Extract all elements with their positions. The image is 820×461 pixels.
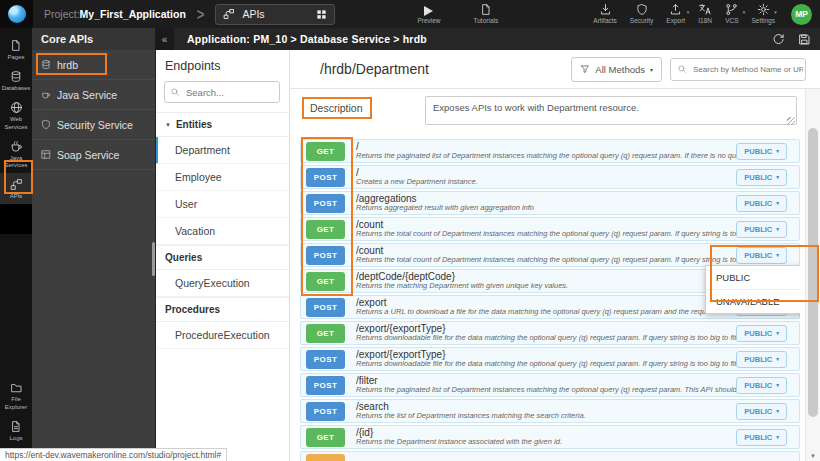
- core-panel-scrollbar[interactable]: [152, 242, 155, 276]
- description-textarea[interactable]: Exposes APIs to work with Department res…: [425, 96, 797, 125]
- access-option-unavailable[interactable]: UNAVAILABLE: [706, 289, 800, 313]
- sidebar-item-logs[interactable]: Logs: [0, 415, 32, 446]
- endpoint-item-procedureexecution[interactable]: ProcedureExecution: [155, 322, 289, 349]
- endpoint-description: Returns the total count of Department in…: [356, 256, 736, 265]
- access-dropdown[interactable]: PUBLIC ▾: [736, 247, 787, 264]
- access-dropdown[interactable]: PUBLIC ▾: [736, 143, 787, 160]
- avatar[interactable]: MP: [791, 4, 812, 25]
- core-api-item-soap-service[interactable]: Soap Service: [32, 140, 155, 170]
- main-content: /hrdb/Department All Methods ▾ Descripti…: [290, 50, 820, 461]
- database-icon: [10, 70, 22, 83]
- caret-down-icon: ▼: [165, 122, 171, 128]
- access-dropdown[interactable]: PUBLIC ▾: [736, 325, 787, 342]
- endpoint-item-employee[interactable]: Employee: [155, 164, 289, 191]
- endpoint-description: Returns the list of Department instances…: [356, 412, 736, 421]
- core-api-item-java-service[interactable]: Java Service: [32, 80, 155, 110]
- core-api-item-hrdb[interactable]: hrdb: [32, 50, 155, 80]
- endpoint-item-department[interactable]: Department: [155, 137, 289, 164]
- save-icon[interactable]: [798, 33, 811, 46]
- endpoints-search-input[interactable]: [184, 86, 268, 99]
- logs-icon: [10, 420, 22, 433]
- topbar-actions: Artifacts Security ▾ Export I18N: [593, 3, 812, 25]
- api-row: POST /aggregations Returns aggregated re…: [300, 191, 800, 215]
- scrollbar-thumb[interactable]: [808, 128, 818, 417]
- grid-icon[interactable]: [316, 9, 327, 20]
- api-row: GET /{id} Returns the Department instanc…: [300, 425, 800, 449]
- endpoint-description: Returns downloadable file for the data m…: [356, 360, 736, 369]
- endpoint-description: Returns the total count of Department in…: [356, 230, 736, 239]
- breadcrumb-actions: [772, 33, 811, 46]
- security-button[interactable]: Security: [630, 3, 653, 25]
- caret-down-icon: ▾: [776, 408, 779, 414]
- filter-icon: [580, 64, 590, 74]
- caret-down-icon: ▾: [776, 174, 779, 180]
- endpoint-item-queryexecution[interactable]: QueryExecution: [155, 270, 289, 297]
- core-api-item-security-service[interactable]: Security Service: [32, 110, 155, 140]
- preview-button[interactable]: Preview: [417, 3, 440, 25]
- endpoints-search[interactable]: [164, 81, 280, 103]
- folder-icon: [10, 382, 23, 394]
- access-dropdown[interactable]: PUBLIC ▾: [736, 377, 787, 394]
- access-dropdown[interactable]: PUBLIC ▾: [736, 429, 787, 446]
- methods-filter-dropdown[interactable]: All Methods ▾: [571, 57, 662, 82]
- method-badge: POST: [306, 168, 345, 187]
- caret-down-icon: ▾: [776, 252, 779, 258]
- wavemaker-logo[interactable]: [0, 0, 33, 28]
- artifacts-button[interactable]: Artifacts: [593, 3, 616, 25]
- caret-down-icon: ▾: [776, 226, 779, 232]
- method-badge: POST: [306, 194, 345, 213]
- sidebar-item-databases[interactable]: Databases: [0, 65, 32, 96]
- globe-icon: [10, 101, 23, 114]
- sidebar-item-web-services[interactable]: Web Services: [0, 96, 32, 134]
- branch-icon: ▾: [725, 3, 738, 16]
- core-apis-panel: Core APIs hrdb Java Service Security Ser…: [32, 28, 156, 461]
- collapse-panel-button[interactable]: «: [155, 28, 174, 50]
- method-badge: GET: [306, 220, 345, 239]
- sidebar-item-apis[interactable]: APIs: [0, 173, 32, 204]
- caret-down-icon: ▾: [774, 10, 777, 15]
- sidebar-item-file-explorer[interactable]: File Explorer: [0, 377, 32, 414]
- access-dropdown[interactable]: PUBLIC ▾: [736, 195, 787, 212]
- tab-apis[interactable]: APIs: [215, 4, 335, 25]
- tab-label: APIs: [242, 8, 309, 20]
- coffee-icon: [10, 140, 23, 153]
- description-label: Description: [310, 96, 425, 114]
- access-option-public[interactable]: PUBLIC: [706, 266, 800, 289]
- section-entities[interactable]: ▼ Entities: [155, 112, 289, 137]
- scroll-down-icon[interactable]: ▼: [806, 453, 820, 459]
- access-dropdown[interactable]: PUBLIC ▾: [736, 169, 787, 186]
- endpoint-path: /export: [356, 297, 736, 309]
- tutorials-button[interactable]: Tutorials: [474, 3, 499, 25]
- breadcrumb: Application: PM_10 > Database Service > …: [187, 33, 427, 45]
- access-dropdown[interactable]: PUBLIC ▾: [736, 403, 787, 420]
- wavemaker-logo-icon: [8, 5, 26, 23]
- settings-button[interactable]: ▾ Settings: [752, 3, 776, 25]
- section-queries[interactable]: Queries: [155, 245, 289, 270]
- refresh-icon[interactable]: [772, 33, 785, 46]
- export-button[interactable]: ▾ Export: [666, 3, 685, 25]
- endpoint-path: /export/{exportType}: [356, 349, 736, 361]
- access-dropdown[interactable]: PUBLIC ▾: [736, 221, 787, 238]
- caret-down-icon: ▾: [776, 330, 779, 336]
- api-icon: [10, 178, 23, 191]
- endpoint-description: Returns the paginated list of Department…: [356, 152, 736, 161]
- endpoint-item-user[interactable]: User: [155, 191, 289, 218]
- api-row: POST /filter Returns the paginated list …: [300, 373, 800, 397]
- vertical-scrollbar[interactable]: ▼: [805, 89, 820, 461]
- section-procedures[interactable]: Procedures: [155, 297, 289, 322]
- endpoint-description: Returns a URL to download a file for the…: [356, 308, 736, 317]
- page-icon: [10, 39, 22, 52]
- vcs-button[interactable]: ▾ VCS: [725, 3, 738, 25]
- access-dropdown[interactable]: PUBLIC ▾: [736, 351, 787, 368]
- api-row: POST /search Returns the list of Departm…: [300, 399, 800, 423]
- method-search[interactable]: [670, 58, 806, 81]
- endpoint-item-vacation[interactable]: Vacation: [155, 218, 289, 245]
- sidebar-item-java-services[interactable]: Java Services: [0, 135, 32, 173]
- sidebar-item-pages[interactable]: Pages: [0, 34, 32, 65]
- database-icon: [41, 59, 51, 70]
- caret-down-icon: ▾: [650, 66, 653, 73]
- description-row: Description Exposes APIs to work with De…: [290, 89, 820, 129]
- i18n-button[interactable]: I18N: [698, 3, 712, 25]
- method-search-input[interactable]: [691, 64, 805, 75]
- download-icon: [599, 3, 612, 16]
